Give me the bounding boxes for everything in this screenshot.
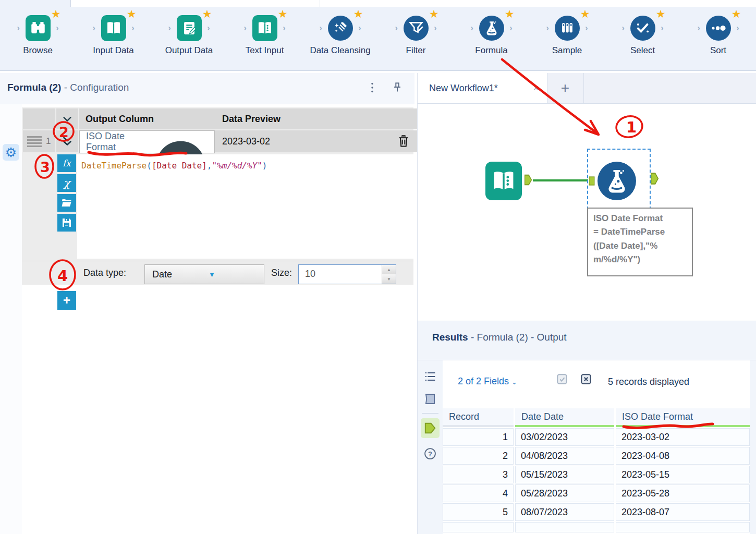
bookdots-icon: [252, 15, 277, 41]
settings-gear-icon[interactable]: ⚙: [3, 144, 19, 161]
data-preview-value: 2023-03-02: [215, 130, 421, 152]
formula-expression-grid: Output Column Data Preview 1 ISO Date Fo…: [22, 107, 413, 285]
output-chevron-icon: ›: [358, 23, 361, 33]
fields-selector[interactable]: 2 of 2 Fields ⌄: [458, 376, 517, 387]
save-expression-button[interactable]: [57, 214, 76, 232]
results-cell: 03/02/2023: [515, 428, 614, 446]
help-icon[interactable]: ?: [3, 216, 19, 233]
chevron-down-icon: ⌄: [511, 378, 517, 386]
formula-annotation-box[interactable]: ISO Date Format= DateTimeParse([Date Dat…: [587, 208, 693, 276]
flask-icon: [479, 16, 504, 41]
formula-tool-node[interactable]: [598, 162, 636, 200]
results-help-icon[interactable]: ?: [423, 446, 437, 461]
pin-icon[interactable]: [390, 81, 405, 96]
input-chevron-icon: ›: [17, 23, 20, 33]
output-chevron-icon: ›: [56, 23, 58, 33]
records-displayed-text: 5 records displayed: [608, 377, 689, 387]
data-type-dropdown[interactable]: Date ▼: [144, 264, 264, 284]
palette-tool-browse[interactable]: ››★Browse: [0, 7, 76, 70]
palette-tool-filter[interactable]: ››★Filter: [378, 7, 454, 70]
connection-wire[interactable]: [533, 179, 588, 181]
output-chevron-icon: ›: [207, 23, 210, 33]
tool-label: Sort: [680, 45, 756, 56]
columns-variables-button[interactable]: χ: [57, 174, 76, 192]
navigate-workflow-icon[interactable]: [3, 168, 19, 185]
cleanse-icon: [328, 16, 353, 41]
workflow-tab[interactable]: New Workflow1* ×: [418, 73, 547, 103]
tool-label: Formula: [454, 45, 529, 56]
open-expression-button[interactable]: [57, 194, 76, 212]
sortdots-icon: [706, 16, 731, 41]
output-anchor-selected[interactable]: [421, 418, 440, 438]
row-handle-cell[interactable]: 1: [23, 130, 55, 152]
tag-annotation-icon[interactable]: [3, 192, 19, 209]
results-cell: 5: [443, 503, 514, 521]
data-type-label: Data type:: [83, 268, 126, 278]
add-expression-button[interactable]: +: [57, 291, 76, 310]
size-input[interactable]: 10 ▲▼: [298, 264, 396, 284]
column-highlight-bar: [443, 425, 514, 427]
selcheck-icon: [630, 16, 655, 41]
workflow-canvas[interactable]: New Workflow1* × + ISO Date Format= Date…: [417, 73, 756, 321]
results-cell: 2: [443, 447, 514, 465]
palette-tool-sort[interactable]: ››★Sort: [680, 7, 756, 70]
clear-input-icon[interactable]: [145, 136, 210, 148]
formula-input-anchor[interactable]: [588, 175, 595, 187]
favorite-star-icon: ★: [202, 8, 212, 20]
delete-expression-icon[interactable]: [396, 134, 411, 149]
results-cell: 2023-04-08: [616, 447, 750, 465]
favorite-star-icon: ★: [51, 8, 61, 20]
results-header-date-date[interactable]: Date Date: [515, 408, 614, 425]
data-view-icon[interactable]: [423, 369, 437, 384]
palette-tool-select[interactable]: ››★Select: [605, 7, 680, 70]
results-title: Results - Formula (2) - Output: [432, 332, 567, 343]
tab-divider: [320, 0, 320, 7]
cell-view-icon[interactable]: [423, 392, 437, 406]
functions-fx-button[interactable]: fx: [57, 154, 76, 172]
tool-label: Data Cleansing: [302, 45, 378, 56]
tool-label: Input Data: [76, 45, 151, 56]
binoculars-icon: [26, 15, 51, 41]
results-cell: 2023-05-15: [616, 466, 750, 483]
palette-tool-formula[interactable]: ››★Formula: [454, 7, 529, 70]
palette-tool-sample[interactable]: ››★Sample: [529, 7, 605, 70]
output-column-input[interactable]: ISO Date Format: [79, 130, 215, 153]
spin-up-icon[interactable]: ▲: [382, 265, 396, 274]
palette-tool-data-cleansing[interactable]: ››★Data Cleansing: [302, 7, 378, 70]
new-workflow-tab-button[interactable]: +: [547, 73, 584, 103]
deselect-all-icon[interactable]: [579, 372, 593, 386]
formula-output-anchor[interactable]: [650, 171, 660, 186]
close-tab-icon[interactable]: ×: [533, 83, 547, 94]
spin-down-icon[interactable]: ▼: [382, 274, 396, 284]
results-cell: 05/28/2023: [515, 484, 614, 502]
drag-handle-icon[interactable]: [27, 135, 42, 149]
formula-expression: DateTimeParse([Date Date],"%m/%d/%Y"): [81, 161, 267, 171]
collapse-all-icon[interactable]: [56, 108, 78, 129]
tool-label: Sample: [529, 45, 605, 56]
results-header-record[interactable]: Record: [443, 408, 514, 425]
column-highlight-bar: [515, 425, 614, 427]
palette-tool-input-data[interactable]: ››★Input Data: [76, 7, 151, 70]
favorites-category-tab[interactable]: [0, 0, 71, 7]
grid-corner-cell: [23, 108, 55, 129]
results-cell: 2023-05-28: [616, 484, 750, 502]
results-header-iso-date-format[interactable]: ISO Date Format: [616, 408, 750, 425]
kebab-menu-icon[interactable]: [365, 81, 380, 96]
palette-tool-text-input[interactable]: ››★Text Input: [227, 7, 302, 70]
dropdown-arrow-icon: ▼: [201, 271, 264, 278]
results-cell: 08/07/2023: [515, 503, 614, 521]
output-column-header: Output Column: [79, 108, 220, 129]
size-spinner[interactable]: ▲▼: [382, 265, 396, 284]
favorite-star-icon: ★: [278, 8, 288, 20]
results-cell-empty: [616, 522, 750, 532]
select-all-checkbox-icon[interactable]: [555, 372, 569, 386]
expand-row-icon[interactable]: [56, 130, 78, 152]
results-cell: 2023-03-02: [616, 428, 750, 446]
text-input-tool-node[interactable]: [485, 162, 522, 200]
size-label: Size:: [271, 268, 292, 278]
input-chevron-icon: ›: [93, 23, 95, 33]
palette-tool-output-data[interactable]: ››★Output Data: [151, 7, 227, 70]
output-chevron-icon: ›: [434, 23, 436, 33]
text-input-output-anchor[interactable]: [523, 173, 533, 187]
formula-editor[interactable]: DateTimeParse([Date Date],"%m/%d/%Y"): [77, 154, 413, 259]
